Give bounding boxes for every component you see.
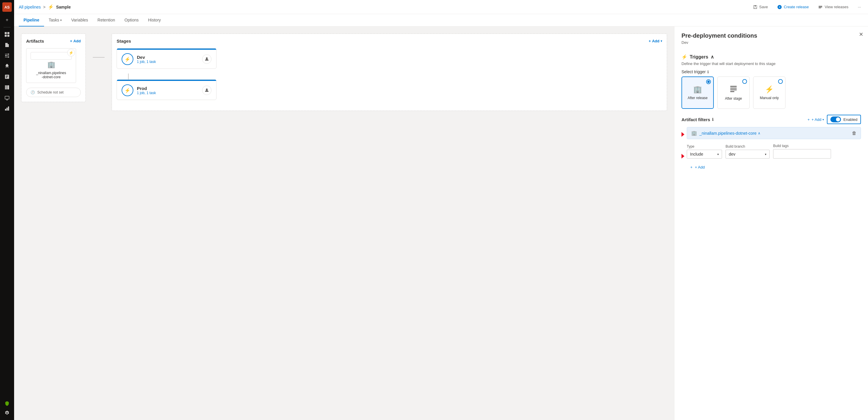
page-title: Sample: [56, 5, 71, 9]
filter-tags-col: Build tags: [773, 144, 831, 159]
filter-branch-select[interactable]: dev ▾: [725, 150, 770, 159]
af-add-dropdown-icon: ▾: [823, 118, 824, 121]
prod-stage-body: ⚡ Prod 1 job, 1 task: [117, 81, 216, 100]
stages-header: Stages + Add ▾: [117, 38, 662, 44]
svg-rect-8: [5, 85, 6, 89]
pipeline-icon: ⚡: [48, 4, 54, 10]
artifact-filter-collapse-icon: ∧: [758, 131, 761, 135]
filter-type-dropdown-icon: ▾: [717, 152, 719, 156]
prod-stage-info: Prod 1 job, 1 task: [137, 86, 198, 95]
pipelines-icon[interactable]: [2, 51, 12, 60]
triggers-section: ⚡ Triggers ∧ Define the trigger that wil…: [681, 54, 861, 109]
gear-icon[interactable]: [2, 408, 12, 418]
svg-rect-20: [730, 91, 734, 92]
artifact-trigger-button[interactable]: ⚡: [67, 49, 75, 56]
main-area: All pipelines > ⚡ Sample Save Create rel…: [14, 0, 868, 420]
pipeline-row: Artifacts + Add ⚡ 🏢 _ninallam.pipeli: [21, 33, 667, 111]
tab-options[interactable]: Options: [120, 14, 143, 26]
panel-titles: Pre-deployment conditions Dev: [681, 32, 757, 45]
artifact-filter-row-wrapper: 🏢 _ninallam.pipelines-dotnet-core ∧ 🗑: [681, 127, 861, 141]
dev-stage-sub: 1 job, 1 task: [137, 60, 198, 64]
svg-point-15: [206, 57, 208, 59]
red-arrow-indicator: [681, 132, 687, 137]
tab-pipeline[interactable]: Pipeline: [19, 14, 44, 26]
stages-add-button[interactable]: + Add ▾: [649, 39, 662, 43]
tab-history[interactable]: History: [143, 14, 166, 26]
triggers-collapse-icon[interactable]: ∧: [711, 54, 714, 60]
testplans-icon[interactable]: [2, 72, 12, 82]
view-releases-button[interactable]: View releases: [816, 3, 851, 10]
tab-tasks[interactable]: Tasks ▾: [44, 14, 67, 26]
h-connector: [93, 57, 104, 58]
plus-icon[interactable]: +: [2, 15, 12, 25]
artifact-filters-header: Artifact filters ℹ + + Add ▾ Enabl: [681, 115, 861, 124]
artifact-filters-section: Artifact filters ℹ + + Add ▾ Enabl: [681, 115, 861, 171]
tab-retention[interactable]: Retention: [93, 14, 120, 26]
library-icon[interactable]: [2, 83, 12, 92]
svg-point-16: [206, 88, 208, 90]
radio-manual-only: [778, 79, 783, 84]
dev-stage-info: Dev 1 job, 1 task: [137, 55, 198, 64]
trigger-after-release[interactable]: 🏢 After release: [681, 77, 714, 109]
artifacts-header: Artifacts + Add: [26, 38, 81, 44]
radio-after-release: [706, 79, 711, 84]
svg-point-6: [8, 56, 9, 58]
filter-type-select[interactable]: Include ▾: [687, 150, 722, 159]
schedule-card[interactable]: 🕐 Schedule not set: [26, 88, 81, 97]
boards-icon[interactable]: [2, 30, 12, 39]
prod-stage-row: ⚡ Prod 1 job, 1 task: [117, 79, 662, 106]
create-release-button[interactable]: Create release: [775, 3, 811, 10]
dev-stage-card[interactable]: ⚡ Dev 1 job, 1 task: [117, 48, 216, 69]
sidebar-bottom: [2, 399, 12, 418]
red-arrow-icon-2: [681, 154, 684, 159]
sidebar-divider: [3, 27, 10, 27]
after-release-icon: 🏢: [693, 85, 702, 93]
dev-stage-row: ⚡ Dev 1 job, 1 task: [117, 48, 662, 75]
security-icon[interactable]: [2, 399, 12, 408]
save-button[interactable]: Save: [750, 3, 771, 10]
stages-add-dropdown-icon: ▾: [661, 39, 662, 43]
tab-variables[interactable]: Variables: [66, 14, 93, 26]
svg-rect-14: [8, 107, 9, 111]
dev-stage-approver[interactable]: [202, 54, 212, 64]
artifact-card[interactable]: ⚡ 🏢 _ninallam.pipelines-dotnet-core: [26, 48, 76, 83]
af-toggle[interactable]: Enabled: [827, 115, 861, 124]
trigger-manual-only[interactable]: ⚡ Manual only: [753, 77, 785, 109]
manual-only-icon: ⚡: [765, 85, 774, 93]
svg-rect-18: [730, 88, 737, 88]
filter-tags-input[interactable]: [773, 149, 831, 159]
panel-header: Pre-deployment conditions Dev ✕: [675, 26, 868, 49]
repos-icon[interactable]: [2, 40, 12, 50]
artifact-filter-row[interactable]: 🏢 _ninallam.pipelines-dotnet-core ∧ 🗑: [687, 127, 861, 139]
prod-stage-card[interactable]: ⚡ Prod 1 job, 1 task: [117, 79, 216, 100]
svg-rect-13: [6, 108, 8, 111]
prod-stage-approver[interactable]: [202, 86, 212, 95]
add-filter-row-button[interactable]: + + Add: [690, 163, 861, 171]
trigger-cards: 🏢 After release After stage: [681, 77, 861, 109]
svg-rect-12: [5, 109, 6, 111]
monitor-icon[interactable]: [2, 93, 12, 103]
after-release-label: After release: [688, 96, 708, 100]
triggers-desc: Define the trigger that will start deplo…: [681, 61, 861, 66]
dev-stage-name: Dev: [137, 55, 198, 60]
toggle-switch[interactable]: [830, 116, 841, 122]
trigger-label: Select trigger ℹ: [681, 69, 861, 74]
triggers-header: ⚡ Triggers ∧: [681, 54, 861, 60]
user-avatar[interactable]: AS: [2, 2, 12, 12]
af-add-button[interactable]: + + Add ▾: [807, 117, 824, 122]
artifact-filter-delete-button[interactable]: 🗑: [852, 131, 857, 136]
all-pipelines-link[interactable]: All pipelines: [19, 5, 41, 9]
deploy-icon[interactable]: [2, 104, 12, 113]
artifact-card-wrapper: ⚡ 🏢 _ninallam.pipelines-dotnet-core: [26, 48, 76, 83]
trigger-after-stage[interactable]: After stage: [717, 77, 750, 109]
red-arrow-indicator-2: [681, 154, 687, 161]
toggle-label: Enabled: [843, 117, 858, 122]
filter-fields-wrapper: Type Include ▾ Build branch dev: [681, 141, 861, 161]
artifacts-add-button[interactable]: + Add: [70, 39, 81, 43]
artifact-filter-icon: 🏢: [691, 130, 697, 136]
more-options-button[interactable]: ···: [856, 3, 863, 10]
rocket-icon[interactable]: [2, 61, 12, 71]
close-button[interactable]: ✕: [859, 31, 863, 38]
artifact-icon: 🏢: [47, 61, 55, 68]
sidebar: AS +: [0, 0, 14, 420]
